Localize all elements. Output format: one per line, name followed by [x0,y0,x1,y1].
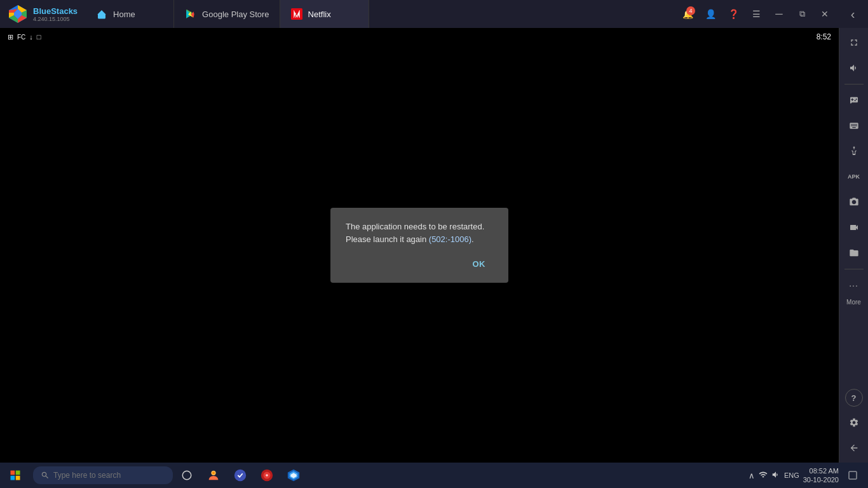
svg-rect-9 [11,471,15,475]
notification-button[interactable]: 🔔 4 [677,4,698,24]
game-controls-button[interactable] [842,139,866,163]
cortana-icon [181,470,193,481]
search-input[interactable] [53,471,155,480]
svg-rect-10 [16,471,20,475]
tab-home[interactable]: Home [85,0,174,28]
chevron-left-icon: ‹ [851,7,855,22]
install-apk-button[interactable]: APK [842,165,866,189]
close-icon: ✕ [821,9,829,19]
hamburger-icon: ☰ [752,9,761,19]
svg-rect-8 [291,8,302,20]
tray-clock[interactable]: 08:52 AM 30-10-2020 [803,466,839,485]
taskbar-app-1[interactable] [201,463,226,488]
windows-taskbar: ∧ ENG 08:52 AM 30-10-2020 [0,463,868,488]
ok-button[interactable]: OK [465,255,494,273]
app-version-label: 4.240.15.1005 [33,16,78,22]
sidebar-settings-button[interactable] [842,410,866,435]
menu-button[interactable]: ☰ [746,4,766,24]
search-bar[interactable] [33,466,173,484]
statusbar-left-icons: ⊞ FC ↓ □ [8,33,41,41]
titlebar-controls: 🔔 4 👤 ❓ ☰ ─ ⧉ ✕ ‹ [672,4,868,24]
taskbar-bluestacks[interactable] [281,463,306,488]
svg-rect-12 [16,476,20,480]
cortana-button[interactable] [175,463,198,488]
dialog-message: The application needs to be restarted. P… [346,220,493,245]
back-nav-button[interactable]: ‹ [843,4,863,24]
tab-netflix[interactable]: Netflix [280,0,369,28]
search-icon [41,471,50,480]
tab-home-label: Home [113,10,135,19]
tray-language[interactable]: ENG [784,471,799,479]
keyboard-button[interactable] [842,114,866,138]
svg-point-13 [182,471,191,480]
tray-date-display: 30-10-2020 [803,475,839,484]
svg-point-15 [212,472,215,475]
restore-icon: ⧉ [799,9,805,19]
square-icon: □ [37,33,41,41]
svg-point-19 [266,474,268,477]
more-label[interactable]: More [846,299,861,306]
close-button[interactable]: ✕ [815,4,835,24]
logo-area: BlueStacks 4.240.15.1005 [0,4,85,24]
notification-center-button[interactable] [843,463,863,488]
emulator-area: ⊞ FC ↓ □ 8:52 The application needs to b… [0,28,868,463]
app-name-label: BlueStacks [33,6,78,16]
svg-rect-11 [11,476,15,480]
sidebar-more-area: ··· More [842,273,866,306]
sidebar-divider-2 [844,269,864,269]
tray-network-icon[interactable] [759,470,768,481]
taskbar-app-2[interactable] [227,463,253,488]
minimize-icon: ─ [775,8,782,20]
android-statusbar: ⊞ FC ↓ □ 8:52 [0,28,839,46]
minimize-button[interactable]: ─ [769,4,789,24]
right-sidebar: APK ··· More ? [839,28,868,463]
taskbar-app-3[interactable] [254,463,280,488]
help-button[interactable]: ❓ [723,4,743,24]
svg-point-16 [234,470,246,481]
sidebar-divider-1 [844,84,864,85]
home-icon [95,8,108,20]
statusbar-time: 8:52 [817,32,831,41]
screenshot-button[interactable] [842,190,866,214]
help-circle-icon: ❓ [728,9,739,19]
tray-volume-icon[interactable] [771,470,780,481]
tab-netflix-label: Netflix [308,10,331,19]
sidebar-help-button[interactable]: ? [845,389,863,407]
bluestacks-logo-icon [8,4,28,24]
error-dialog: The application needs to be restarted. P… [330,208,508,283]
apk-label: APK [848,173,860,180]
account-icon: 👤 [705,9,716,19]
media-manager-button[interactable] [842,241,866,265]
notification-badge: 4 [686,6,695,15]
window-icon: ⊞ [8,33,13,41]
fullscreen-button[interactable] [842,30,866,55]
virtual-controls-button[interactable] [842,88,866,112]
record-button[interactable] [842,215,866,240]
volume-button[interactable] [842,56,866,80]
tab-playstore-label: Google Play Store [202,10,269,19]
svg-rect-23 [849,471,857,479]
error-code-link[interactable]: (502:-1006) [429,234,471,244]
taskbar-tray: ∧ ENG 08:52 AM 30-10-2020 [743,463,868,488]
taskbar-apps [201,463,306,488]
account-button[interactable]: 👤 [700,4,721,24]
restore-button[interactable]: ⧉ [792,4,812,24]
dialog-message-line1: The application needs to be restarted. [346,222,484,231]
fc-label: FC [17,34,25,41]
download-icon: ↓ [29,33,33,41]
tray-time-display: 08:52 AM [810,466,839,475]
dialog-message-line2: Please launch it again [346,234,429,244]
tabs-container: Home Google Play Store Netfl [85,0,672,28]
tray-chevron[interactable]: ∧ [749,471,755,480]
more-button[interactable]: ··· [842,273,866,297]
sidebar-back-button[interactable] [842,436,866,460]
dialog-buttons: OK [346,255,493,273]
logo-text: BlueStacks 4.240.15.1005 [33,6,78,22]
android-screen: ⊞ FC ↓ □ 8:52 The application needs to b… [0,28,839,463]
netflix-icon [290,8,303,20]
playstore-icon [184,8,197,20]
titlebar: BlueStacks 4.240.15.1005 Home [0,0,868,28]
start-button[interactable] [0,463,31,488]
tab-playstore[interactable]: Google Play Store [174,0,280,28]
